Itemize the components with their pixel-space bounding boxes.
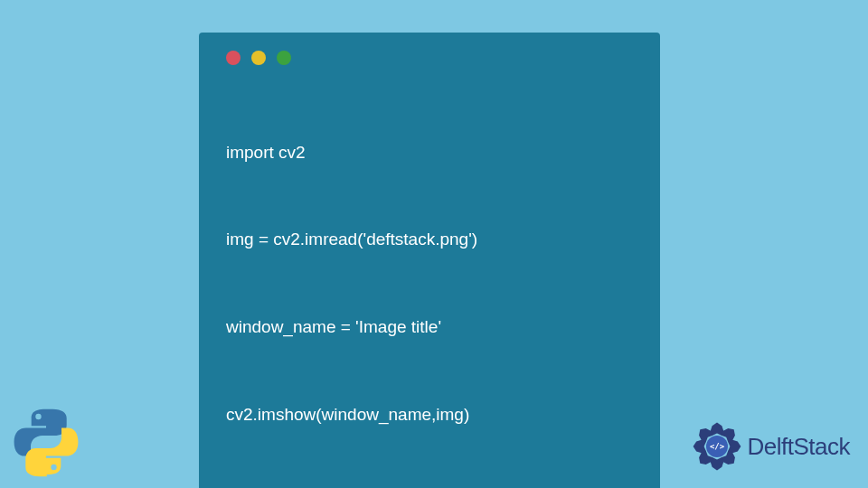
svg-text:</>: </> — [709, 442, 724, 451]
python-logo-icon — [11, 407, 81, 477]
minimize-icon — [251, 51, 266, 65]
delftstack-badge-icon: </> — [690, 419, 744, 474]
close-icon — [226, 51, 241, 65]
brand-name: DelftStack — [748, 433, 851, 461]
code-line: window_name = 'Image title' — [226, 313, 633, 342]
maximize-icon — [277, 51, 291, 65]
code-line: img = cv2.imread('deftstack.png') — [226, 225, 633, 254]
code-line: import cv2 — [226, 138, 633, 167]
code-block: import cv2 img = cv2.imread('deftstack.p… — [226, 80, 633, 488]
window-traffic-lights — [226, 51, 633, 65]
code-line: cv2.imshow(window_name,img) — [226, 400, 633, 429]
code-window: import cv2 img = cv2.imread('deftstack.p… — [199, 33, 660, 488]
delftstack-logo: </> DelftStack — [690, 419, 851, 474]
